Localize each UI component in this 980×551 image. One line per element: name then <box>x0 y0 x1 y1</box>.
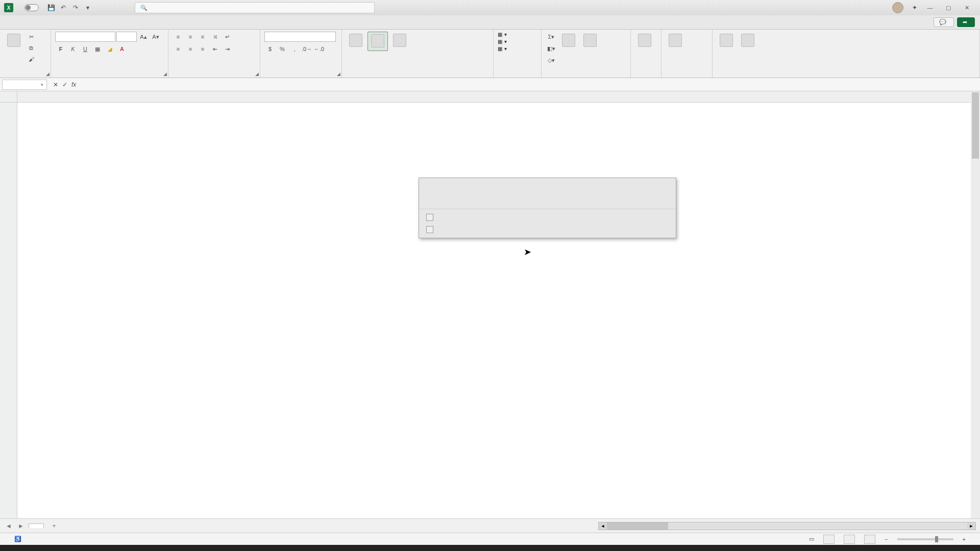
clipboard-launcher-icon[interactable]: ◢ <box>46 71 50 77</box>
add-sheet-icon[interactable]: ＋ <box>47 521 61 530</box>
find-select-button[interactable] <box>580 32 600 50</box>
increase-indent-icon[interactable]: ⇥ <box>222 44 233 54</box>
font-size-combo[interactable] <box>116 32 137 42</box>
underline-icon[interactable]: U <box>80 44 91 54</box>
decrease-indent-icon[interactable]: ⇤ <box>209 44 220 54</box>
autosum-icon[interactable]: Σ▾ <box>546 32 557 42</box>
scroll-right-icon[interactable]: ► <box>967 522 975 530</box>
ribbon: ✂ ⧉ 🖌 ◢ A▴ A▾ F K U ▦ <box>0 30 980 78</box>
addins-button[interactable] <box>635 32 654 50</box>
clear-icon[interactable]: ◇▾ <box>546 55 557 65</box>
sheet-tab[interactable] <box>29 523 44 528</box>
sheet-prev-icon[interactable]: ◄ <box>4 522 13 530</box>
align-right-icon[interactable]: ≡ <box>197 44 208 54</box>
gallery-section-dark <box>419 198 676 203</box>
comma-icon[interactable]: , <box>289 44 300 54</box>
font-launcher-icon[interactable]: ◢ <box>163 71 167 77</box>
sort-filter-button[interactable] <box>559 32 578 50</box>
increase-decimal-icon[interactable]: .0→ <box>301 44 312 54</box>
conditional-formatting-button[interactable] <box>346 32 365 50</box>
select-all[interactable] <box>0 91 17 103</box>
vertical-scrollbar[interactable] <box>971 91 980 518</box>
enter-icon[interactable]: ✓ <box>62 81 67 88</box>
copy-icon[interactable]: ⧉ <box>26 43 37 53</box>
avatar <box>892 2 903 13</box>
group-addins-title <box>635 74 657 76</box>
percent-icon[interactable]: % <box>277 44 288 54</box>
maximize-button[interactable]: ▢ <box>939 2 958 13</box>
accessibility-status[interactable]: ♿ <box>14 536 21 542</box>
normal-view-icon[interactable] <box>823 535 835 544</box>
align-left-icon[interactable]: ≡ <box>173 44 184 54</box>
qat-more-icon[interactable]: ▾ <box>83 3 93 13</box>
accounting-icon[interactable]: $ <box>264 44 276 54</box>
increase-font-icon[interactable]: A▴ <box>138 32 149 42</box>
format-as-table-button[interactable] <box>368 32 388 51</box>
status-bar: ♿ ▭ − + <box>0 533 980 545</box>
font-name-combo[interactable] <box>55 32 115 42</box>
wrap-text-icon[interactable]: ↵ <box>222 32 233 42</box>
redo-icon[interactable]: ↷ <box>70 3 81 13</box>
table-style-icon <box>426 214 433 221</box>
scroll-left-icon[interactable]: ◄ <box>599 522 607 530</box>
zoom-in-icon[interactable]: + <box>963 536 966 542</box>
cancel-icon[interactable]: ✕ <box>53 81 58 88</box>
new-pivot-style[interactable] <box>419 223 676 236</box>
page-layout-view-icon[interactable] <box>844 535 855 544</box>
display-settings[interactable]: ▭ <box>809 536 814 542</box>
pdf-outlook-button[interactable] <box>738 32 757 50</box>
minimize-button[interactable]: — <box>921 2 939 13</box>
pdf-link-button[interactable] <box>717 32 736 50</box>
share-button[interactable]: ➦ <box>957 17 975 27</box>
decrease-decimal-icon[interactable]: ←.0 <box>313 44 325 54</box>
fill-color-icon[interactable]: ◢ <box>104 44 115 54</box>
paste-icon <box>7 34 20 47</box>
paste-button[interactable] <box>4 32 23 50</box>
save-icon[interactable]: 💾 <box>46 3 56 13</box>
format-cells-button[interactable]: ▦ ▾ <box>498 46 507 52</box>
horizontal-scrollbar[interactable]: ◄ ► <box>598 522 976 530</box>
page-break-view-icon[interactable] <box>864 535 875 544</box>
delete-cells-button[interactable]: ▦ ▾ <box>498 39 507 44</box>
align-top-icon[interactable]: ≡ <box>173 32 184 42</box>
font-color-icon[interactable]: A <box>116 44 128 54</box>
pdf-outlook-icon <box>741 34 754 47</box>
search-box[interactable]: 🔍 <box>135 2 375 13</box>
number-format-combo[interactable] <box>264 32 336 42</box>
bold-icon[interactable]: F <box>55 44 66 54</box>
align-launcher-icon[interactable]: ◢ <box>255 71 259 77</box>
align-middle-icon[interactable]: ≡ <box>185 32 196 42</box>
align-center-icon[interactable]: ≡ <box>185 44 196 54</box>
data-analysis-button[interactable] <box>666 32 685 50</box>
decrease-font-icon[interactable]: A▾ <box>150 32 161 42</box>
zoom-out-icon[interactable]: − <box>885 536 888 542</box>
group-font-title <box>55 74 164 76</box>
new-table-style[interactable] <box>419 211 676 223</box>
number-launcher-icon[interactable]: ◢ <box>337 71 340 77</box>
grid[interactable]: ➤ <box>0 91 980 518</box>
close-button[interactable]: ✕ <box>958 2 976 13</box>
cell-styles-button[interactable] <box>390 32 409 50</box>
gallery-section-medium <box>419 188 676 192</box>
name-box[interactable]: ▾ <box>2 80 47 90</box>
pdf-icon <box>720 34 733 47</box>
sheet-tab-bar: ◄ ► ＋ ◄ ► <box>0 518 980 533</box>
formula-bar: ▾ ✕ ✓ fx <box>0 78 980 91</box>
user-account[interactable] <box>889 2 903 13</box>
fill-icon[interactable]: ◧▾ <box>546 43 557 54</box>
present-icon[interactable]: ✦ <box>910 3 920 13</box>
fx-icon[interactable]: fx <box>71 81 76 88</box>
border-icon[interactable]: ▦ <box>92 44 103 54</box>
ribbon-tabs: 💬 ➦ <box>0 15 980 30</box>
orientation-icon[interactable]: ⤭ <box>209 32 220 42</box>
comments-button[interactable]: 💬 <box>934 17 954 27</box>
autosave-toggle[interactable] <box>24 4 39 11</box>
undo-icon[interactable]: ↶ <box>58 3 68 13</box>
format-painter-icon[interactable]: 🖌 <box>26 54 37 64</box>
italic-icon[interactable]: K <box>67 44 79 54</box>
align-bottom-icon[interactable]: ≡ <box>197 32 208 42</box>
insert-cells-button[interactable]: ▦ ▾ <box>498 32 507 37</box>
sheet-next-icon[interactable]: ► <box>16 522 26 530</box>
zoom-slider[interactable] <box>897 538 953 540</box>
cut-icon[interactable]: ✂ <box>26 32 37 42</box>
